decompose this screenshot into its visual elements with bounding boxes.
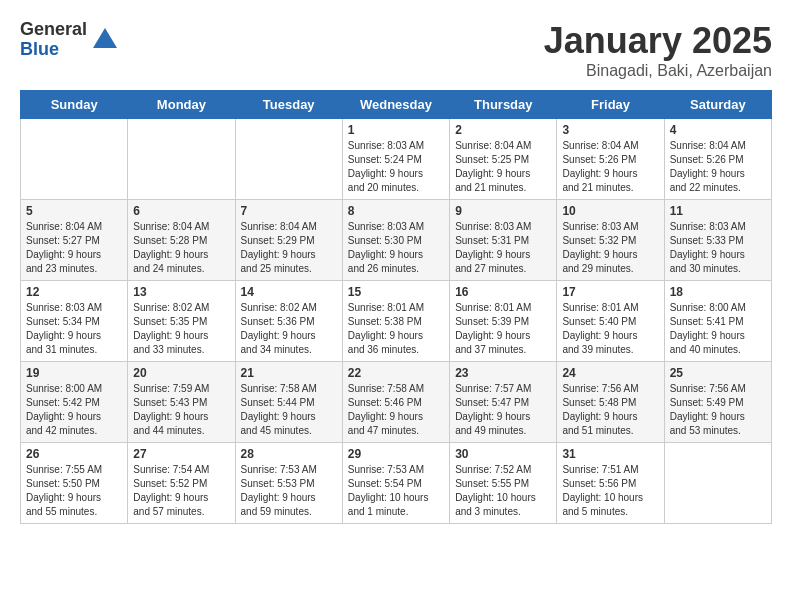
day-number: 3 [562,123,658,137]
calendar-cell: 5Sunrise: 8:04 AM Sunset: 5:27 PM Daylig… [21,200,128,281]
day-number: 16 [455,285,551,299]
day-number: 21 [241,366,337,380]
cell-content: Sunrise: 7:56 AM Sunset: 5:49 PM Dayligh… [670,382,766,438]
calendar-cell [235,119,342,200]
logo-icon [91,26,119,54]
calendar-week-row: 1Sunrise: 8:03 AM Sunset: 5:24 PM Daylig… [21,119,772,200]
calendar-cell [128,119,235,200]
day-number: 23 [455,366,551,380]
cell-content: Sunrise: 7:53 AM Sunset: 5:53 PM Dayligh… [241,463,337,519]
cell-content: Sunrise: 8:00 AM Sunset: 5:41 PM Dayligh… [670,301,766,357]
calendar-cell: 7Sunrise: 8:04 AM Sunset: 5:29 PM Daylig… [235,200,342,281]
day-number: 24 [562,366,658,380]
day-number: 28 [241,447,337,461]
cell-content: Sunrise: 7:58 AM Sunset: 5:44 PM Dayligh… [241,382,337,438]
main-title: January 2025 [544,20,772,62]
calendar-cell: 3Sunrise: 8:04 AM Sunset: 5:26 PM Daylig… [557,119,664,200]
calendar-cell: 6Sunrise: 8:04 AM Sunset: 5:28 PM Daylig… [128,200,235,281]
cell-content: Sunrise: 8:04 AM Sunset: 5:26 PM Dayligh… [562,139,658,195]
header-row: SundayMondayTuesdayWednesdayThursdayFrid… [21,91,772,119]
cell-content: Sunrise: 8:01 AM Sunset: 5:38 PM Dayligh… [348,301,444,357]
subtitle: Binagadi, Baki, Azerbaijan [544,62,772,80]
cell-content: Sunrise: 7:53 AM Sunset: 5:54 PM Dayligh… [348,463,444,519]
cell-content: Sunrise: 7:59 AM Sunset: 5:43 PM Dayligh… [133,382,229,438]
day-number: 7 [241,204,337,218]
logo: General Blue [20,20,119,60]
calendar-cell: 17Sunrise: 8:01 AM Sunset: 5:40 PM Dayli… [557,281,664,362]
calendar-week-row: 26Sunrise: 7:55 AM Sunset: 5:50 PM Dayli… [21,443,772,524]
day-number: 19 [26,366,122,380]
cell-content: Sunrise: 8:04 AM Sunset: 5:25 PM Dayligh… [455,139,551,195]
day-number: 2 [455,123,551,137]
cell-content: Sunrise: 8:02 AM Sunset: 5:36 PM Dayligh… [241,301,337,357]
day-number: 12 [26,285,122,299]
calendar-cell: 14Sunrise: 8:02 AM Sunset: 5:36 PM Dayli… [235,281,342,362]
calendar-cell: 9Sunrise: 8:03 AM Sunset: 5:31 PM Daylig… [450,200,557,281]
calendar-cell: 12Sunrise: 8:03 AM Sunset: 5:34 PM Dayli… [21,281,128,362]
logo-text: General Blue [20,20,87,60]
header-day-thursday: Thursday [450,91,557,119]
cell-content: Sunrise: 8:04 AM Sunset: 5:26 PM Dayligh… [670,139,766,195]
calendar-cell: 10Sunrise: 8:03 AM Sunset: 5:32 PM Dayli… [557,200,664,281]
calendar-cell: 23Sunrise: 7:57 AM Sunset: 5:47 PM Dayli… [450,362,557,443]
cell-content: Sunrise: 7:55 AM Sunset: 5:50 PM Dayligh… [26,463,122,519]
calendar-table: SundayMondayTuesdayWednesdayThursdayFrid… [20,90,772,524]
day-number: 26 [26,447,122,461]
calendar-cell: 4Sunrise: 8:04 AM Sunset: 5:26 PM Daylig… [664,119,771,200]
day-number: 6 [133,204,229,218]
day-number: 18 [670,285,766,299]
calendar-cell: 1Sunrise: 8:03 AM Sunset: 5:24 PM Daylig… [342,119,449,200]
calendar-week-row: 19Sunrise: 8:00 AM Sunset: 5:42 PM Dayli… [21,362,772,443]
day-number: 13 [133,285,229,299]
cell-content: Sunrise: 7:51 AM Sunset: 5:56 PM Dayligh… [562,463,658,519]
calendar-cell: 20Sunrise: 7:59 AM Sunset: 5:43 PM Dayli… [128,362,235,443]
day-number: 27 [133,447,229,461]
header-day-wednesday: Wednesday [342,91,449,119]
header-day-monday: Monday [128,91,235,119]
cell-content: Sunrise: 8:04 AM Sunset: 5:29 PM Dayligh… [241,220,337,276]
calendar-header: SundayMondayTuesdayWednesdayThursdayFrid… [21,91,772,119]
header-day-sunday: Sunday [21,91,128,119]
calendar-cell: 24Sunrise: 7:56 AM Sunset: 5:48 PM Dayli… [557,362,664,443]
cell-content: Sunrise: 8:01 AM Sunset: 5:39 PM Dayligh… [455,301,551,357]
cell-content: Sunrise: 8:00 AM Sunset: 5:42 PM Dayligh… [26,382,122,438]
day-number: 30 [455,447,551,461]
day-number: 22 [348,366,444,380]
header-day-saturday: Saturday [664,91,771,119]
day-number: 11 [670,204,766,218]
cell-content: Sunrise: 8:02 AM Sunset: 5:35 PM Dayligh… [133,301,229,357]
calendar-cell: 30Sunrise: 7:52 AM Sunset: 5:55 PM Dayli… [450,443,557,524]
calendar-cell: 26Sunrise: 7:55 AM Sunset: 5:50 PM Dayli… [21,443,128,524]
calendar-cell: 29Sunrise: 7:53 AM Sunset: 5:54 PM Dayli… [342,443,449,524]
header-day-friday: Friday [557,91,664,119]
day-number: 17 [562,285,658,299]
calendar-cell: 8Sunrise: 8:03 AM Sunset: 5:30 PM Daylig… [342,200,449,281]
logo-blue: Blue [20,40,87,60]
calendar-cell: 27Sunrise: 7:54 AM Sunset: 5:52 PM Dayli… [128,443,235,524]
calendar-body: 1Sunrise: 8:03 AM Sunset: 5:24 PM Daylig… [21,119,772,524]
cell-content: Sunrise: 7:57 AM Sunset: 5:47 PM Dayligh… [455,382,551,438]
day-number: 10 [562,204,658,218]
calendar-cell: 31Sunrise: 7:51 AM Sunset: 5:56 PM Dayli… [557,443,664,524]
cell-content: Sunrise: 7:54 AM Sunset: 5:52 PM Dayligh… [133,463,229,519]
calendar-cell: 28Sunrise: 7:53 AM Sunset: 5:53 PM Dayli… [235,443,342,524]
day-number: 5 [26,204,122,218]
header-day-tuesday: Tuesday [235,91,342,119]
day-number: 14 [241,285,337,299]
calendar-cell: 25Sunrise: 7:56 AM Sunset: 5:49 PM Dayli… [664,362,771,443]
calendar-cell: 21Sunrise: 7:58 AM Sunset: 5:44 PM Dayli… [235,362,342,443]
calendar-cell: 16Sunrise: 8:01 AM Sunset: 5:39 PM Dayli… [450,281,557,362]
day-number: 4 [670,123,766,137]
cell-content: Sunrise: 8:03 AM Sunset: 5:31 PM Dayligh… [455,220,551,276]
day-number: 25 [670,366,766,380]
day-number: 1 [348,123,444,137]
cell-content: Sunrise: 8:01 AM Sunset: 5:40 PM Dayligh… [562,301,658,357]
cell-content: Sunrise: 8:03 AM Sunset: 5:24 PM Dayligh… [348,139,444,195]
calendar-week-row: 12Sunrise: 8:03 AM Sunset: 5:34 PM Dayli… [21,281,772,362]
svg-marker-0 [93,28,117,48]
cell-content: Sunrise: 7:58 AM Sunset: 5:46 PM Dayligh… [348,382,444,438]
calendar-cell: 13Sunrise: 8:02 AM Sunset: 5:35 PM Dayli… [128,281,235,362]
calendar-cell: 22Sunrise: 7:58 AM Sunset: 5:46 PM Dayli… [342,362,449,443]
cell-content: Sunrise: 7:52 AM Sunset: 5:55 PM Dayligh… [455,463,551,519]
page-header: General Blue January 2025 Binagadi, Baki… [20,20,772,80]
